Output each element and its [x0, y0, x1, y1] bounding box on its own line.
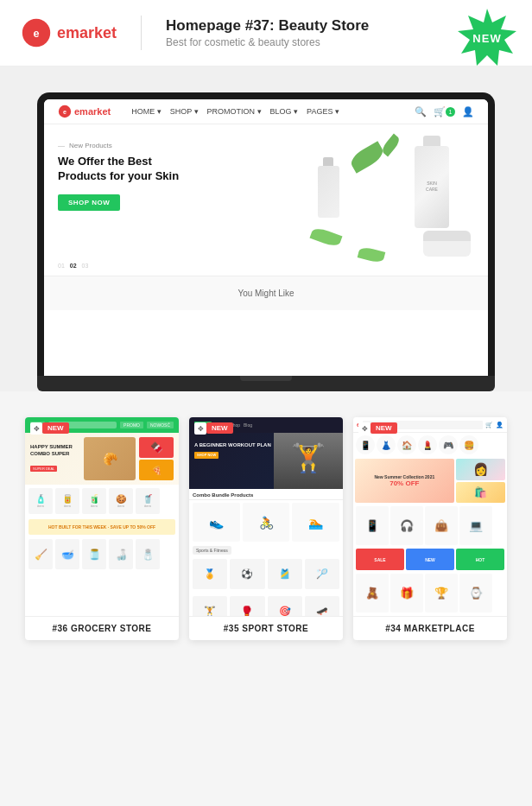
laptop-base — [37, 376, 495, 391]
m-cat-2: 👗 — [377, 435, 396, 454]
dot-2-active[interactable]: 02 — [70, 263, 77, 269]
header-divider — [141, 16, 142, 50]
m-banner-2: NEW — [406, 549, 454, 570]
laptop-section: e emarket HOME ▾ SHOP ▾ PROMOTION ▾ BLOG… — [0, 67, 532, 391]
m-hero-discount: 70% OFF — [390, 479, 419, 487]
m-cat-6: 🍔 — [459, 435, 478, 454]
m-hero-main: New Summer Collection 2021 70% OFF — [355, 459, 454, 503]
cart-icon[interactable]: 🛒1 — [434, 106, 455, 117]
sport-more-4: 🏸 — [305, 559, 339, 589]
header-subtitle: Best for cosmetic & beauty stores — [166, 36, 369, 48]
g-hero-side: 🍫 🍕 — [139, 437, 174, 480]
sport-hero-label: SHOP NOW — [194, 452, 218, 459]
emarket-logo-icon: e — [21, 17, 52, 48]
you-might-like: You Might Like — [44, 276, 488, 310]
m-cat-3: 🏠 — [397, 435, 416, 454]
svg-text:NEW: NEW — [472, 32, 501, 45]
m-hero-side: 👩 🛍️ — [456, 459, 505, 503]
sport-section-title: Combo Bundle Products — [189, 489, 343, 500]
nav-links: HOME ▾ SHOP ▾ PROMOTION ▾ BLOG ▾ PAGES ▾ — [131, 107, 339, 116]
new-badge-svg: NEW — [456, 7, 518, 69]
store-cards: ✥ NEW ALL PROMO NOWOSĆ HAPPY SUMMER COMB… — [17, 417, 515, 640]
market-hero: New Summer Collection 2021 70% OFF 👩 🛍️ — [353, 457, 507, 505]
m-banner-3: HOT — [456, 549, 504, 570]
m-products: 📱 🎧 👜 💻 — [353, 505, 507, 547]
new-badge-grocery: NEW — [42, 422, 69, 434]
m-cat-4: 💄 — [418, 435, 437, 454]
store-card-marketplace: ✥ NEW e 🛒 👤 📱 👗 🏠 💄 🎮 🍔 — [353, 417, 507, 640]
sport-more-2: ⚽ — [230, 559, 264, 589]
m-cat-1: 📱 — [356, 435, 375, 454]
cart-badge: 1 — [446, 107, 455, 117]
expand-icon-grocery[interactable]: ✥ — [30, 422, 42, 435]
g-prod-1: 🧴item — [28, 488, 53, 514]
g-more-products: 🧹 🥣 🫙 🍶 🧂 — [25, 536, 179, 572]
m-nav-user: 👤 — [496, 422, 504, 428]
dot-1[interactable]: 01 — [58, 263, 65, 269]
sport-more-3: 🎽 — [268, 559, 302, 589]
sport-hero-text: A BEGINNER WORKOUT PLAN SHOP NOW — [194, 441, 271, 459]
g-hero-img: 🥐 — [84, 437, 136, 480]
sport-bottom-1: 🏋️ — [193, 596, 227, 616]
store-card-sport: ✥ NEW Home Shop Blog 🏋️ A BEGINNER WORKO… — [189, 417, 343, 640]
card-image-grocery: ALL PROMO NOWOSĆ HAPPY SUMMER COMBO SUPE… — [25, 417, 179, 616]
g-prod-2: 🥫item — [55, 488, 79, 514]
sport-prod-2: 🚴 — [243, 503, 290, 542]
dot-3[interactable]: 03 — [82, 263, 89, 269]
user-icon[interactable]: 👤 — [462, 106, 474, 117]
g-side-2: 🍕 — [139, 460, 174, 480]
sport-prod-1: 👟 — [193, 503, 240, 542]
m-cat-5: 🎮 — [439, 435, 458, 454]
store-card-grocery: ✥ NEW ALL PROMO NOWOSĆ HAPPY SUMMER COMB… — [25, 417, 179, 640]
m-prod-6: 🎁 — [390, 574, 423, 612]
sport-more-2-row: 🏋️ 🥊 🎯 🛹 — [189, 593, 343, 616]
m-prod-2: 🎧 — [390, 506, 423, 545]
g-more-2: 🥣 — [55, 539, 79, 569]
m-prod-7: 🏆 — [425, 574, 458, 612]
expand-icon-marketplace[interactable]: ✥ — [358, 422, 370, 435]
g-more-4: 🍶 — [109, 539, 133, 569]
shop-now-button[interactable]: SHOP NOW — [58, 194, 120, 211]
g-more-5: 🧂 — [136, 539, 160, 569]
m-prod-4: 💻 — [459, 506, 492, 545]
header-logo: e emarket — [21, 17, 117, 48]
g-more-1: 🧹 — [28, 539, 53, 569]
g-hero-badge: SUPER DEAL — [30, 466, 57, 472]
laptop-screen-inner: e emarket HOME ▾ SHOP ▾ PROMOTION ▾ BLOG… — [44, 99, 488, 376]
hero-title-main: We Offer the Best Products for your Skin — [58, 155, 474, 184]
g-hero-text: HAPPY SUMMER COMBO SUPER SUPER DEAL — [30, 444, 80, 473]
sport-cat: Sports & Fitness — [189, 544, 343, 556]
dots-nav: 01 02 03 — [58, 263, 88, 269]
nav-shop[interactable]: SHOP ▾ — [170, 107, 199, 116]
grocery-hero: HAPPY SUMMER COMBO SUPER SUPER DEAL 🥐 🍫 … — [25, 433, 179, 485]
sport-bottom-2: 🥊 — [230, 596, 264, 616]
g-products: 🧴item 🥫item 🧃item 🍪item 🥤item — [25, 485, 179, 517]
m-nav-cart: 🛒 — [485, 422, 493, 428]
sport-more-1: 🏅 — [193, 559, 227, 589]
header-title: Homepage #37: Beauty Store — [166, 17, 369, 35]
g-nav-promo: PROMO — [120, 422, 143, 428]
nav-promotion[interactable]: PROMOTION ▾ — [207, 107, 262, 116]
laptop-wrapper: e emarket HOME ▾ SHOP ▾ PROMOTION ▾ BLOG… — [37, 92, 495, 391]
m-prod-8: ⌚ — [459, 574, 492, 612]
nav-icons: 🔍 🛒1 👤 — [415, 106, 474, 117]
m-banner-1: SALE — [356, 549, 404, 570]
header-title-block: Homepage #37: Beauty Store Best for cosm… — [166, 17, 369, 48]
store-logo-small: e emarket — [58, 105, 111, 118]
search-icon[interactable]: 🔍 — [415, 106, 427, 117]
nav-home[interactable]: HOME ▾ — [131, 107, 162, 116]
store-logo-text: emarket — [74, 106, 111, 117]
nav-pages[interactable]: PAGES ▾ — [307, 107, 339, 116]
page-header: e emarket Homepage #37: Beauty Store Bes… — [0, 0, 532, 67]
expand-icon-sport[interactable]: ✥ — [194, 422, 206, 435]
g-prod-4: 🍪item — [109, 488, 133, 514]
sport-cat-label: Sports & Fitness — [193, 546, 231, 555]
sport-bottom-4: 🛹 — [305, 596, 339, 616]
m-prod-3: 👜 — [425, 506, 458, 545]
g-hero-title: HAPPY SUMMER COMBO SUPER — [30, 444, 80, 458]
m-hero-side-2: 🛍️ — [456, 482, 505, 504]
m-category-icons: 📱 👗 🏠 💄 🎮 🍔 — [353, 433, 507, 457]
new-badge-marketplace: NEW — [370, 422, 397, 434]
card-label-sport: #35 SPORT STORE — [189, 616, 343, 640]
nav-blog[interactable]: BLOG ▾ — [270, 107, 299, 116]
